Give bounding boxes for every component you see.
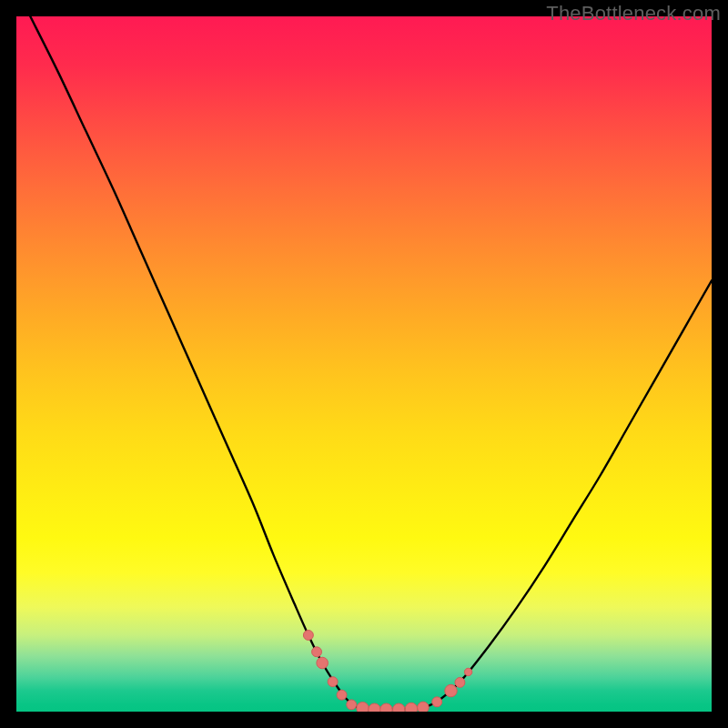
- curve-marker: [328, 677, 338, 687]
- chart-svg: [16, 16, 712, 712]
- curve-marker: [418, 702, 430, 712]
- curve-marker: [380, 703, 392, 712]
- curve-path: [30, 16, 712, 710]
- curve-marker: [455, 677, 465, 687]
- watermark-label: TheBottleneck.com: [546, 2, 721, 25]
- bottleneck-curve: [30, 16, 712, 710]
- curve-marker: [445, 684, 457, 696]
- plot-area: [16, 16, 712, 712]
- curve-marker: [392, 703, 404, 712]
- curve-marker: [312, 647, 322, 657]
- chart-frame: [16, 16, 712, 712]
- curve-marker: [317, 657, 329, 669]
- curve-markers: [303, 631, 471, 713]
- curve-marker: [357, 702, 369, 712]
- curve-marker: [405, 703, 417, 712]
- curve-marker: [347, 700, 357, 710]
- curve-marker: [369, 703, 380, 712]
- curve-marker: [464, 668, 471, 675]
- curve-marker: [432, 697, 442, 707]
- curve-marker: [303, 631, 313, 641]
- curve-marker: [337, 690, 347, 700]
